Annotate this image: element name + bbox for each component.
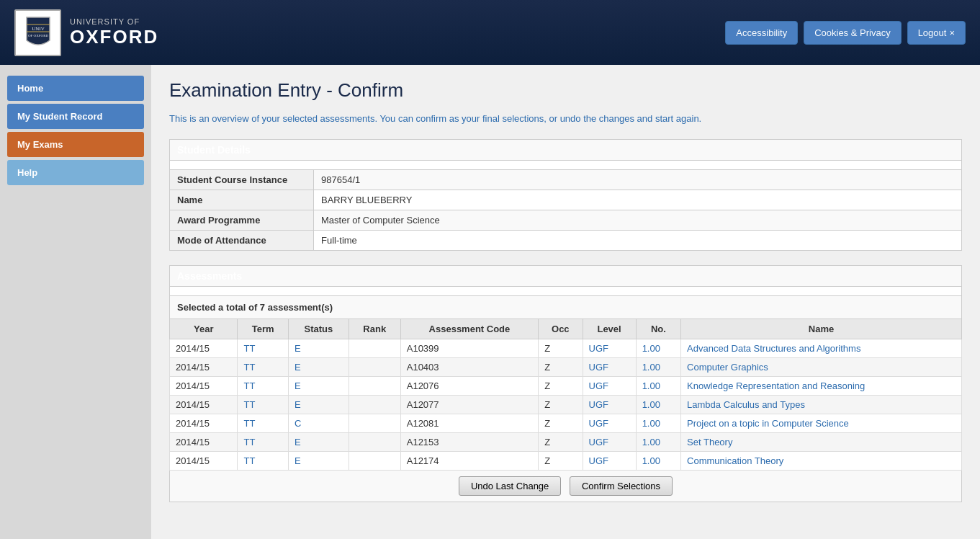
cell-code: A12153: [400, 432, 538, 451]
logout-close-icon: ×: [949, 27, 955, 38]
cell-code: A12077: [400, 395, 538, 414]
cell-no: 1.00: [636, 376, 680, 395]
accessibility-button[interactable]: Accessibility: [725, 21, 798, 45]
cell-name: Set Theory: [681, 432, 962, 451]
table-row: 2014/15 TT E A12077 Z UGF 1.00 Lambda Ca…: [170, 395, 962, 414]
cell-name: Project on a topic in Computer Science: [681, 414, 962, 432]
cell-level: UGF: [583, 432, 636, 451]
cell-status: C: [289, 414, 349, 432]
table-row: 2014/15 TT E A10399 Z UGF 1.00 Advanced …: [170, 339, 962, 357]
cell-name: Advanced Data Structures and Algorithms: [681, 339, 962, 357]
col-term: Term: [238, 318, 289, 339]
cell-rank: [349, 414, 400, 432]
cell-status: E: [289, 432, 349, 451]
cookies-privacy-button[interactable]: Cookies & Privacy: [804, 21, 901, 45]
cell-rank: [349, 395, 400, 414]
cell-no: 1.00: [636, 395, 680, 414]
cell-year: 2014/15: [170, 414, 238, 432]
cell-status: E: [289, 376, 349, 395]
table-row: 2014/15 TT E A12174 Z UGF 1.00 Communica…: [170, 451, 962, 470]
detail-label: Mode of Attendance: [170, 230, 314, 250]
detail-label: Award Programme: [170, 210, 314, 230]
cell-level: UGF: [583, 376, 636, 395]
cell-year: 2014/15: [170, 357, 238, 376]
cell-level: UGF: [583, 357, 636, 376]
assessment-count: Selected a total of 7 assessment(s): [170, 295, 962, 318]
cell-level: UGF: [583, 414, 636, 432]
logo-box: UNIV OF OXFORD: [14, 9, 61, 56]
detail-value: Full-time: [314, 230, 962, 250]
oxford-shield-icon: UNIV OF OXFORD: [24, 14, 53, 50]
svg-text:UNIV: UNIV: [32, 26, 45, 32]
cell-code: A12076: [400, 376, 538, 395]
cell-year: 2014/15: [170, 339, 238, 357]
cell-status: E: [289, 395, 349, 414]
table-row: 2014/15 TT E A12153 Z UGF 1.00 Set Theor…: [170, 432, 962, 451]
cell-no: 1.00: [636, 451, 680, 470]
detail-label: Student Course Instance: [170, 169, 314, 190]
cell-occ: Z: [539, 376, 583, 395]
table-row: 2014/15 TT C A12081 Z UGF 1.00 Project o…: [170, 414, 962, 432]
student-detail-row: Student Course Instance 987654/1: [170, 169, 962, 190]
cell-year: 2014/15: [170, 432, 238, 451]
layout: Home My Student Record My Exams Help Exa…: [0, 65, 980, 539]
sidebar-item-my-student-record[interactable]: My Student Record: [7, 104, 144, 129]
header: UNIV OF OXFORD UNIVERSITY OF OXFORD Acce…: [0, 0, 980, 65]
cell-occ: Z: [539, 451, 583, 470]
assessments-table: Assessments Selected a total of 7 assess…: [169, 265, 962, 502]
sidebar-item-home[interactable]: Home: [7, 76, 144, 101]
cell-term: TT: [238, 376, 289, 395]
logo-text: UNIVERSITY OF OXFORD: [70, 17, 158, 48]
overview-text: This is an overview of your selected ass…: [169, 112, 962, 126]
col-name: Name: [681, 318, 962, 339]
assessments-header: Assessments: [170, 265, 962, 286]
cell-no: 1.00: [636, 339, 680, 357]
logout-button[interactable]: Logout ×: [907, 21, 966, 45]
cell-name: Knowledge Representation and Reasoning: [681, 376, 962, 395]
cell-year: 2014/15: [170, 395, 238, 414]
table-row: 2014/15 TT E A12076 Z UGF 1.00 Knowledge…: [170, 376, 962, 395]
col-level: Level: [583, 318, 636, 339]
cell-occ: Z: [539, 395, 583, 414]
detail-value: 987654/1: [314, 169, 962, 190]
cell-rank: [349, 357, 400, 376]
cell-level: UGF: [583, 339, 636, 357]
student-detail-row: Mode of Attendance Full-time: [170, 230, 962, 250]
col-year: Year: [170, 318, 238, 339]
cell-occ: Z: [539, 357, 583, 376]
sidebar-item-my-exams[interactable]: My Exams: [7, 132, 144, 157]
main-content: Examination Entry - Confirm This is an o…: [151, 65, 980, 539]
cell-rank: [349, 432, 400, 451]
cell-no: 1.00: [636, 357, 680, 376]
cell-rank: [349, 339, 400, 357]
cell-occ: Z: [539, 339, 583, 357]
header-nav: Accessibility Cookies & Privacy Logout ×: [725, 21, 966, 45]
cell-year: 2014/15: [170, 376, 238, 395]
detail-value: BARRY BLUEBERRY: [314, 190, 962, 210]
cell-rank: [349, 376, 400, 395]
cell-status: E: [289, 357, 349, 376]
sidebar-item-help[interactable]: Help: [7, 160, 144, 185]
cell-code: A10399: [400, 339, 538, 357]
col-assessment-code: Assessment Code: [400, 318, 538, 339]
cell-term: TT: [238, 395, 289, 414]
student-details-header: Student Details: [170, 139, 962, 160]
col-rank: Rank: [349, 318, 400, 339]
sidebar: Home My Student Record My Exams Help: [0, 65, 151, 539]
table-row: 2014/15 TT E A10403 Z UGF 1.00 Computer …: [170, 357, 962, 376]
cell-occ: Z: [539, 432, 583, 451]
assessments-column-headers: Year Term Status Rank Assessment Code Oc…: [170, 318, 962, 339]
cell-term: TT: [238, 451, 289, 470]
confirm-selections-button[interactable]: Confirm Selections: [570, 476, 673, 496]
cell-status: E: [289, 451, 349, 470]
student-details-table: Student Details Student Course Instance …: [169, 139, 962, 251]
undo-last-change-button[interactable]: Undo Last Change: [459, 476, 561, 496]
student-detail-row: Name BARRY BLUEBERRY: [170, 190, 962, 210]
cell-code: A12174: [400, 451, 538, 470]
logo-area: UNIV OF OXFORD UNIVERSITY OF OXFORD: [14, 9, 158, 56]
cell-occ: Z: [539, 414, 583, 432]
cell-no: 1.00: [636, 414, 680, 432]
cell-level: UGF: [583, 451, 636, 470]
cell-term: TT: [238, 432, 289, 451]
cell-name: Computer Graphics: [681, 357, 962, 376]
